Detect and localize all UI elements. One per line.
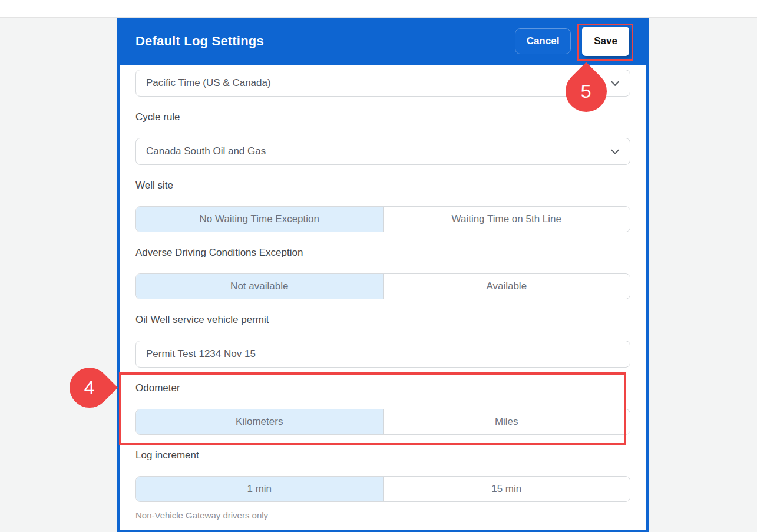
chevron-down-icon <box>611 78 619 86</box>
default-log-settings-modal: Default Log Settings Cancel Save Pacific… <box>117 18 649 532</box>
timezone-value: Pacific Time (US & Canada) <box>136 77 590 89</box>
well-site-label: Well site <box>135 178 630 193</box>
annotation-step-4-number: 4 <box>84 376 95 398</box>
odometer-label: Odometer <box>135 381 630 396</box>
adverse-conditions-label: Adverse Driving Conditions Exception <box>135 245 630 260</box>
annotation-step-4-badge: 4 <box>61 359 118 416</box>
cycle-rule-select[interactable]: Canada South Oil and Gas <box>135 138 630 165</box>
modal-header: Default Log Settings Cancel Save <box>117 18 649 65</box>
log-increment-label: Log increment <box>135 448 630 463</box>
adverse-option-available[interactable]: Available <box>383 274 630 299</box>
modal-body: Pacific Time (US & Canada) Cycle rule Ca… <box>120 65 646 530</box>
cycle-rule-value: Canada South Oil and Gas <box>136 146 590 157</box>
timezone-select[interactable]: Pacific Time (US & Canada) <box>135 70 630 97</box>
permit-label: Oil Well service vehicle permit <box>135 312 630 328</box>
chevron-down-icon <box>611 146 619 154</box>
permit-field-wrap <box>135 341 630 368</box>
odometer-option-kilometers[interactable]: Kilometers <box>136 409 383 434</box>
cancel-button[interactable]: Cancel <box>515 28 571 54</box>
log-increment-toggle: 1 min 15 min <box>135 476 630 502</box>
well-site-option-waiting-5th-line[interactable]: Waiting Time on 5th Line <box>383 207 630 232</box>
log-increment-option-1min[interactable]: 1 min <box>136 477 383 501</box>
well-site-toggle: No Waiting Time Exception Waiting Time o… <box>135 206 630 232</box>
odometer-toggle: Kilometers Miles <box>135 409 630 435</box>
adverse-option-not-available[interactable]: Not available <box>136 274 383 299</box>
header-buttons: Cancel Save <box>515 27 629 56</box>
save-button[interactable]: Save <box>582 27 629 56</box>
odometer-option-miles[interactable]: Miles <box>383 409 630 434</box>
log-increment-helper: Non-Vehicle Gateway drivers only <box>135 510 630 520</box>
permit-input[interactable] <box>136 348 590 360</box>
log-increment-option-15min[interactable]: 15 min <box>383 477 630 501</box>
top-bar <box>0 0 757 18</box>
page-title: Default Log Settings <box>135 34 264 49</box>
adverse-conditions-toggle: Not available Available <box>135 273 630 299</box>
well-site-option-no-waiting[interactable]: No Waiting Time Exception <box>136 207 383 232</box>
cycle-rule-label: Cycle rule <box>135 110 630 125</box>
